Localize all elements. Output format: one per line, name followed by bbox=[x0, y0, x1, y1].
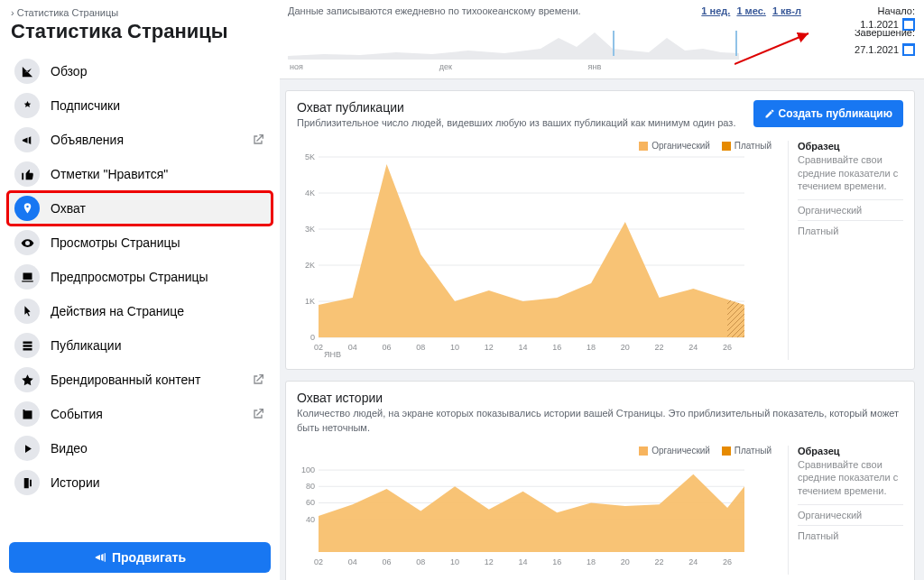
svg-text:08: 08 bbox=[416, 557, 425, 566]
video-icon bbox=[14, 436, 40, 461]
reach-icon bbox=[14, 196, 40, 221]
svg-text:16: 16 bbox=[552, 557, 561, 566]
overview-sparkline bbox=[288, 25, 739, 60]
sidebar-item-label: Просмотры Страницы bbox=[51, 235, 180, 250]
sample-organic-row[interactable]: Органический bbox=[798, 199, 903, 220]
sidebar-item-label: События bbox=[51, 407, 103, 421]
svg-text:2K: 2K bbox=[305, 261, 315, 270]
svg-text:08: 08 bbox=[416, 343, 425, 352]
date-range-panel: Данные записываются ежедневно по тихооке… bbox=[280, 0, 924, 79]
post-reach-chart: 01K2K3K4K5K02040608101214161820222426ЯНВ bbox=[290, 141, 750, 357]
calendar-icon[interactable] bbox=[902, 18, 915, 31]
svg-text:22: 22 bbox=[655, 557, 664, 566]
svg-text:02: 02 bbox=[314, 343, 323, 352]
svg-text:04: 04 bbox=[348, 343, 357, 352]
svg-text:20: 20 bbox=[621, 557, 630, 566]
events-icon bbox=[14, 401, 40, 427]
sidebar-item-views[interactable]: Просмотры Страницы bbox=[7, 226, 273, 260]
stories-icon bbox=[14, 470, 40, 495]
date-info-text: Данные записываются ежедневно по тихооке… bbox=[288, 5, 915, 16]
start-date-input[interactable] bbox=[841, 19, 899, 30]
story-reach-subtitle: Количество людей, на экране которых пока… bbox=[297, 407, 903, 435]
svg-line-2 bbox=[735, 33, 808, 64]
svg-text:14: 14 bbox=[519, 557, 528, 566]
sidebar-item-actions[interactable]: Действия на Странице bbox=[7, 294, 273, 328]
sample-paid-row[interactable]: Платный bbox=[798, 525, 903, 546]
annotation-arrow-icon bbox=[735, 30, 816, 66]
followers-icon bbox=[14, 93, 40, 118]
svg-text:26: 26 bbox=[723, 343, 732, 352]
sidebar-item-label: Публикации bbox=[51, 338, 121, 353]
sidebar-item-posts[interactable]: Публикации bbox=[7, 328, 273, 363]
range-1w[interactable]: 1 нед. bbox=[701, 5, 730, 16]
svg-text:18: 18 bbox=[587, 557, 596, 566]
svg-text:06: 06 bbox=[383, 557, 392, 566]
posts-icon bbox=[14, 333, 40, 358]
pencil-icon bbox=[764, 108, 775, 119]
sample-panel: Образец Сравнивайте свои средние показат… bbox=[788, 446, 903, 575]
sample-organic-row[interactable]: Органический bbox=[798, 504, 903, 525]
sidebar-item-label: Брендированный контент bbox=[51, 373, 200, 387]
overview-icon bbox=[14, 59, 40, 84]
svg-text:3K: 3K bbox=[305, 225, 315, 234]
range-1m[interactable]: 1 мес. bbox=[736, 5, 765, 16]
megaphone-icon bbox=[94, 551, 106, 564]
svg-text:ЯНВ: ЯНВ bbox=[324, 350, 341, 359]
sidebar-nav: ОбзорПодписчикиОбъявленияОтметки "Нравит… bbox=[0, 54, 280, 535]
svg-text:0: 0 bbox=[310, 333, 315, 342]
sidebar-item-video[interactable]: Видео bbox=[7, 431, 273, 465]
sidebar-item-label: Обзор bbox=[51, 64, 87, 78]
svg-text:4K: 4K bbox=[305, 189, 315, 198]
svg-text:100: 100 bbox=[301, 465, 315, 474]
sidebar-item-label: Истории bbox=[51, 475, 100, 490]
calendar-icon[interactable] bbox=[902, 43, 915, 56]
svg-text:06: 06 bbox=[383, 343, 392, 352]
external-link-icon bbox=[251, 133, 265, 147]
external-link-icon bbox=[251, 407, 265, 421]
svg-rect-0 bbox=[613, 31, 614, 56]
sidebar-item-overview[interactable]: Обзор bbox=[7, 54, 273, 88]
story-reach-card: Охват истории Количество людей, на экран… bbox=[285, 381, 915, 580]
branded-icon bbox=[14, 367, 40, 392]
external-link-icon bbox=[251, 373, 265, 387]
sidebar-item-previews[interactable]: Предпросмотры Страницы bbox=[7, 260, 273, 294]
sidebar-item-stories[interactable]: Истории bbox=[7, 465, 273, 500]
sidebar-item-ads[interactable]: Объявления bbox=[7, 123, 273, 157]
chart-legend: Органический Платный bbox=[630, 446, 772, 457]
main-content: Данные записываются ежедневно по тихооке… bbox=[280, 0, 924, 580]
page-title: Статистика Страницы bbox=[0, 20, 280, 54]
svg-text:12: 12 bbox=[485, 343, 494, 352]
svg-text:04: 04 bbox=[348, 557, 357, 566]
sidebar-item-label: Видео bbox=[51, 441, 88, 456]
sidebar-item-reach[interactable]: Охват bbox=[7, 191, 273, 226]
post-reach-subtitle: Приблизительное число людей, видевших лю… bbox=[297, 116, 753, 130]
svg-text:20: 20 bbox=[621, 343, 630, 352]
breadcrumb: › Статистика Страницы bbox=[0, 7, 280, 20]
svg-text:24: 24 bbox=[688, 343, 698, 352]
svg-text:24: 24 bbox=[688, 557, 698, 566]
sample-panel: Образец Сравнивайте свои средние показат… bbox=[788, 141, 903, 360]
sidebar-item-likes[interactable]: Отметки "Нравится" bbox=[7, 157, 273, 191]
actions-icon bbox=[14, 299, 40, 324]
svg-text:02: 02 bbox=[314, 557, 323, 566]
end-date-input[interactable] bbox=[841, 44, 899, 55]
sidebar-item-branded[interactable]: Брендированный контент bbox=[7, 363, 273, 397]
start-label: Начало: bbox=[855, 5, 915, 16]
svg-text:10: 10 bbox=[450, 557, 459, 566]
create-post-button[interactable]: Создать публикацию bbox=[753, 100, 903, 127]
date-quick-links: 1 нед. 1 мес. 1 кв-л bbox=[701, 5, 805, 16]
sample-paid-row[interactable]: Платный bbox=[798, 220, 903, 241]
svg-text:12: 12 bbox=[485, 557, 494, 566]
svg-text:80: 80 bbox=[306, 482, 315, 491]
svg-text:60: 60 bbox=[306, 499, 315, 508]
post-reach-card: Охват публикации Приблизительное число л… bbox=[285, 90, 915, 370]
range-1q[interactable]: 1 кв-л bbox=[772, 5, 801, 16]
sidebar: › Статистика Страницы Статистика Страниц… bbox=[0, 0, 280, 580]
sidebar-item-followers[interactable]: Подписчики bbox=[7, 88, 273, 123]
svg-text:1K: 1K bbox=[305, 297, 315, 306]
svg-text:10: 10 bbox=[450, 343, 459, 352]
sidebar-item-events[interactable]: События bbox=[7, 397, 273, 431]
svg-text:18: 18 bbox=[587, 343, 596, 352]
promote-button[interactable]: Продвигать bbox=[9, 542, 271, 573]
sidebar-item-label: Подписчики bbox=[51, 98, 120, 113]
